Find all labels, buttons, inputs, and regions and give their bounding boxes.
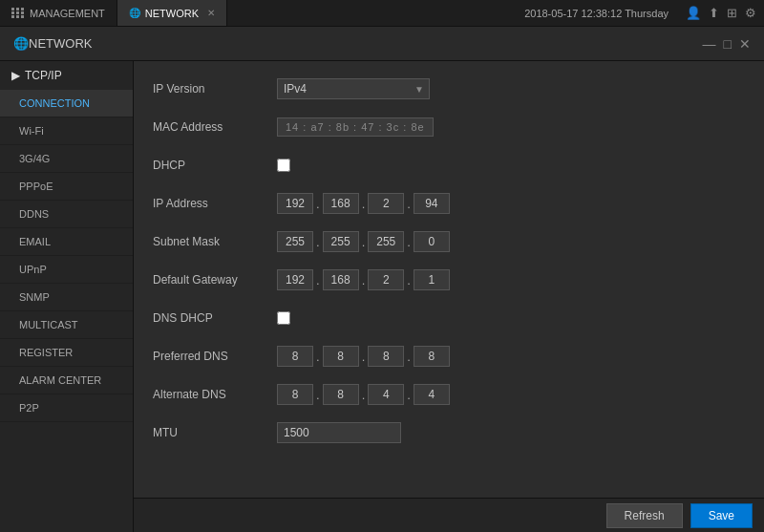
mtu-input[interactable] <box>277 422 401 443</box>
ip-address-label: IP Address <box>153 197 277 210</box>
form-row-alternate-dns: Alternate DNS . . . <box>153 382 745 407</box>
alternate-dns-control: . . . <box>277 384 450 405</box>
grid2-icon[interactable]: ⊞ <box>727 6 737 20</box>
window-controls: — □ ✕ <box>703 36 751 52</box>
sidebar: ▶ TCP/IP CONNECTION Wi-Fi 3G/4G PPPoE DD… <box>0 61 134 532</box>
gateway-octet-4[interactable] <box>414 269 450 290</box>
sidebar-item-email[interactable]: EMAIL <box>0 228 133 256</box>
user-icon[interactable]: 👤 <box>686 6 701 20</box>
sidebar-item-3g4g[interactable]: 3G/4G <box>0 145 133 173</box>
form-row-mac: MAC Address 14 : a7 : 8b : 47 : 3c : 8e <box>153 115 745 139</box>
top-bar-icons: 👤 ⬆ ⊞ ⚙ <box>678 6 764 20</box>
subnet-mask-control: . . . <box>277 231 450 252</box>
ip-version-control: IPv4 IPv6 ▼ <box>277 78 430 99</box>
sidebar-item-p2p[interactable]: P2P <box>0 394 133 422</box>
adns-octet-1[interactable] <box>277 384 313 405</box>
dhcp-control <box>277 159 290 172</box>
gateway-label: Default Gateway <box>153 273 277 287</box>
sidebar-group-tcpip: ▶ TCP/IP CONNECTION Wi-Fi 3G/4G PPPoE DD… <box>0 61 133 422</box>
subnet-octet-2[interactable] <box>323 231 359 252</box>
gateway-octet-1[interactable] <box>277 269 313 290</box>
gateway-dot-3: . <box>406 273 412 287</box>
content-scroll: IP Version IPv4 IPv6 ▼ MAC Address 14 : … <box>134 61 764 498</box>
adns-octet-4[interactable] <box>414 384 450 405</box>
sidebar-item-upnp[interactable]: UPnP <box>0 256 133 284</box>
dns-dhcp-checkbox[interactable] <box>277 311 290 325</box>
form-row-dns-dhcp: DNS DHCP <box>153 306 745 330</box>
ip-octet-3[interactable] <box>368 193 404 214</box>
save-button[interactable]: Save <box>690 503 753 528</box>
gateway-octet-2[interactable] <box>323 269 359 290</box>
pdns-octet-3[interactable] <box>368 346 404 367</box>
ip-octet-1[interactable] <box>277 193 313 214</box>
sidebar-item-alarm[interactable]: ALARM CENTER <box>0 367 133 394</box>
subnet-octet-1[interactable] <box>277 231 313 252</box>
tab-bar: MANAGEMENT 🌐 NETWORK ✕ <box>0 0 227 26</box>
ip-dot-2: . <box>361 197 367 211</box>
preferred-dns-control: . . . <box>277 346 450 367</box>
pdns-dot-1: . <box>315 350 321 364</box>
ip-octet-4[interactable] <box>414 193 450 214</box>
adns-octet-3[interactable] <box>368 384 404 405</box>
form-row-subnet: Subnet Mask . . . <box>153 229 745 254</box>
network-tab-icon: 🌐 <box>129 8 140 18</box>
pdns-octet-1[interactable] <box>277 346 313 367</box>
sidebar-item-register[interactable]: REGISTER <box>0 339 133 367</box>
sidebar-item-pppoe[interactable]: PPPoE <box>0 173 133 201</box>
top-bar: MANAGEMENT 🌐 NETWORK ✕ 2018-05-17 12:38:… <box>0 0 764 27</box>
subnet-dot-1: . <box>315 235 321 249</box>
subnet-dot-2: . <box>361 235 367 249</box>
tab-close-icon[interactable]: ✕ <box>207 8 215 18</box>
ip-version-label: IP Version <box>153 82 277 96</box>
ip-address-control: . . . <box>277 193 450 214</box>
sidebar-group-header-tcpip[interactable]: ▶ TCP/IP <box>0 61 133 90</box>
gateway-octet-3[interactable] <box>368 269 404 290</box>
mac-address-control: 14 : a7 : 8b : 47 : 3c : 8e <box>277 117 434 137</box>
sidebar-item-snmp[interactable]: SNMP <box>0 284 133 311</box>
settings-icon[interactable]: ⚙ <box>745 6 756 20</box>
form-row-preferred-dns: Preferred DNS . . . <box>153 344 745 369</box>
pdns-dot-2: . <box>361 350 367 364</box>
pdns-octet-4[interactable] <box>414 346 450 367</box>
sidebar-item-wifi[interactable]: Wi-Fi <box>0 117 133 145</box>
adns-dot-1: . <box>315 388 321 402</box>
page-title: NETWORK <box>29 36 92 51</box>
datetime-display: 2018-05-17 12:38:12 Thursday <box>515 8 678 19</box>
content-area: IP Version IPv4 IPv6 ▼ MAC Address 14 : … <box>134 61 764 532</box>
sidebar-item-connection[interactable]: CONNECTION <box>0 90 133 117</box>
chevron-icon: ▶ <box>11 69 20 82</box>
close-button[interactable]: ✕ <box>739 36 751 52</box>
top-bar-right: 2018-05-17 12:38:12 Thursday 👤 ⬆ ⊞ ⚙ <box>515 6 764 20</box>
pdns-dot-3: . <box>406 350 412 364</box>
gateway-dot-1: . <box>315 273 321 287</box>
gateway-dot-2: . <box>361 273 367 287</box>
form-row-ip-address: IP Address . . . <box>153 191 745 216</box>
ip-octet-2[interactable] <box>323 193 359 214</box>
subnet-octet-3[interactable] <box>368 231 404 252</box>
dhcp-checkbox[interactable] <box>277 159 290 172</box>
ip-version-select[interactable]: IPv4 IPv6 <box>277 78 430 99</box>
maximize-button[interactable]: □ <box>724 36 732 52</box>
tab-management[interactable]: MANAGEMENT <box>0 0 117 26</box>
subnet-octet-4[interactable] <box>414 231 450 252</box>
bottom-bar: Refresh Save <box>134 498 764 532</box>
form-row-gateway: Default Gateway . . . <box>153 267 745 292</box>
network-icon: 🌐 <box>13 36 29 51</box>
form-row-dhcp: DHCP <box>153 153 745 178</box>
minimize-button[interactable]: — <box>703 36 716 52</box>
adns-octet-2[interactable] <box>323 384 359 405</box>
export-icon[interactable]: ⬆ <box>709 6 719 20</box>
sidebar-item-ddns[interactable]: DDNS <box>0 201 133 228</box>
form-row-mtu: MTU <box>153 420 745 445</box>
preferred-dns-label: Preferred DNS <box>153 350 277 363</box>
adns-dot-2: . <box>361 388 367 402</box>
refresh-button[interactable]: Refresh <box>606 503 683 528</box>
tab-network[interactable]: 🌐 NETWORK ✕ <box>117 0 227 26</box>
dns-dhcp-label: DNS DHCP <box>153 311 277 325</box>
pdns-octet-2[interactable] <box>323 346 359 367</box>
grid-icon <box>11 8 25 18</box>
management-tab-label: MANAGEMENT <box>30 8 105 19</box>
mac-address-label: MAC Address <box>153 120 277 134</box>
dns-dhcp-control <box>277 311 290 325</box>
sidebar-item-multicast[interactable]: MULTICAST <box>0 311 133 339</box>
